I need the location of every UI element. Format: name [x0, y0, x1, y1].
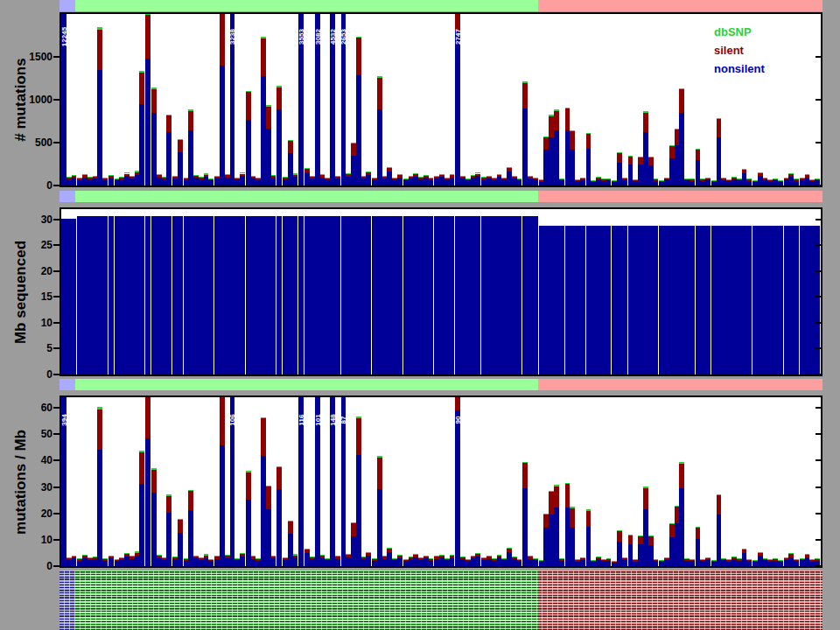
segment-nonsilent	[794, 561, 799, 566]
sample-bar	[606, 397, 612, 566]
sample-bar	[72, 14, 77, 186]
segment-nonsilent	[690, 226, 695, 374]
segment-nonsilent	[208, 216, 214, 374]
y-tick-label: 0	[12, 179, 52, 192]
segment-dbsnp	[276, 86, 282, 87]
segment-silent	[622, 178, 627, 180]
segment-nonsilent	[366, 216, 371, 374]
segment-dbsnp	[102, 558, 108, 559]
y-tick-mark	[53, 244, 60, 246]
sample-bar	[271, 397, 276, 566]
segment-silent	[606, 179, 612, 181]
segment-silent	[654, 179, 659, 181]
segment-nonsilent	[108, 178, 114, 186]
segment-silent	[240, 174, 245, 177]
sample-bar	[145, 397, 150, 566]
segment-silent	[293, 175, 298, 178]
y-tick-label: 10	[12, 534, 52, 546]
panel-mutation-counts: # mutations 050010001500 122453238355330…	[60, 12, 822, 187]
cohort-group-blue	[60, 191, 75, 202]
sample-bar	[178, 14, 183, 186]
segment-nonsilent	[72, 178, 77, 186]
segment-silent	[208, 179, 214, 181]
y-tick-mark	[53, 270, 60, 272]
sample-bar	[475, 14, 480, 186]
y-tick-mark-right	[816, 322, 821, 324]
legend-item-dbsnp: dbSNP	[714, 23, 765, 41]
segment-nonsilent	[559, 226, 564, 374]
segment-silent	[72, 176, 77, 178]
cohort-group-green	[75, 0, 538, 11]
segment-dbsnp	[815, 558, 820, 559]
segment-dbsnp	[271, 556, 276, 556]
sample-bar	[139, 209, 144, 374]
sample-bar	[517, 209, 522, 374]
segment-silent	[397, 556, 402, 557]
y-tick-mark	[53, 539, 60, 541]
segment-dbsnp	[705, 178, 710, 178]
segment-silent	[533, 178, 538, 179]
segment-silent	[335, 177, 340, 178]
segment-dbsnp	[778, 560, 783, 561]
sample-bar	[794, 397, 799, 566]
segment-silent	[145, 15, 150, 59]
segment-silent	[705, 558, 710, 560]
segment-silent	[517, 179, 522, 181]
segment-silent	[533, 558, 538, 560]
segment-silent	[166, 496, 172, 513]
sample-bar	[622, 397, 627, 566]
cohort-group-green	[75, 379, 538, 390]
segment-dbsnp	[240, 172, 245, 173]
sample-bar	[654, 209, 659, 374]
segment-nonsilent	[815, 226, 820, 374]
y-tick-mark-right	[816, 407, 821, 409]
segment-nonsilent	[746, 226, 752, 374]
segment-dbsnp	[794, 559, 799, 560]
sample-bar	[690, 397, 695, 566]
sample-bar	[517, 397, 522, 566]
segment-silent	[366, 553, 371, 556]
segment-nonsilent	[178, 152, 183, 186]
y-tick-label: 30	[12, 481, 52, 494]
sample-bar	[533, 209, 538, 374]
y-tick-mark-right	[816, 539, 821, 541]
y-tick-mark-right	[816, 244, 821, 246]
segment-silent	[429, 559, 434, 561]
sample-bar	[335, 209, 340, 374]
segment-dbsnp	[178, 519, 183, 520]
segment-nonsilent	[145, 216, 150, 374]
segment-nonsilent	[429, 561, 434, 566]
sample-bar	[139, 14, 144, 186]
sample-bar	[815, 397, 820, 566]
sample-bar	[276, 209, 282, 374]
segment-silent	[580, 558, 585, 560]
segment-silent	[815, 559, 820, 561]
segment-nonsilent	[475, 216, 480, 374]
segment-nonsilent	[746, 561, 752, 566]
y-tick-mark	[53, 219, 60, 220]
segment-dbsnp	[145, 14, 150, 15]
segment-dbsnp	[366, 552, 371, 553]
sample-bar	[276, 14, 282, 186]
segment-dbsnp	[654, 178, 659, 179]
y-tick-mark	[53, 296, 60, 298]
y-tick-mark	[53, 322, 60, 324]
segment-nonsilent	[108, 558, 114, 566]
sample-bar	[145, 209, 150, 374]
y-tick-mark	[53, 433, 60, 435]
segment-nonsilent	[580, 560, 585, 566]
segment-silent	[145, 397, 150, 438]
segment-nonsilent	[606, 561, 612, 566]
sample-bar	[580, 14, 585, 186]
sample-bar	[705, 14, 710, 186]
segment-nonsilent	[271, 558, 276, 566]
sample-bar	[145, 14, 150, 186]
sample-bar	[397, 14, 402, 186]
segment-dbsnp	[102, 178, 108, 178]
segment-silent	[139, 452, 144, 484]
sample-bar	[746, 209, 752, 374]
segment-nonsilent	[72, 558, 77, 566]
segment-silent	[705, 178, 710, 179]
segment-dbsnp	[622, 178, 627, 178]
segment-nonsilent	[145, 438, 150, 566]
